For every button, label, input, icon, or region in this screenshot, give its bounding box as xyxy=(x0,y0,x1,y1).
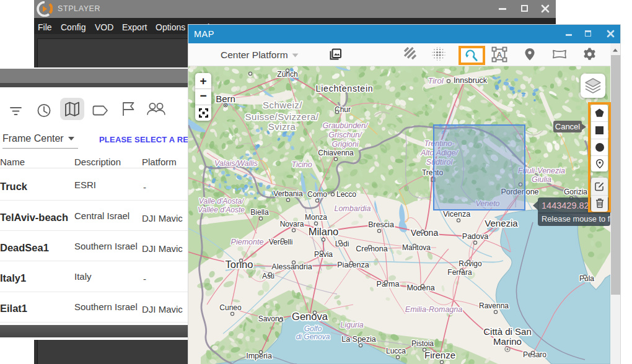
svg-text:Parma: Parma xyxy=(377,280,400,288)
svg-text:Emilia-Romagna: Emilia-Romagna xyxy=(405,305,462,314)
svg-text:Firenze: Firenze xyxy=(424,350,455,360)
svg-text:Schweiz/: Schweiz/ xyxy=(263,100,302,110)
svg-text:Graubünden/: Graubünden/ xyxy=(323,121,369,130)
svg-text:Novara: Novara xyxy=(280,220,304,228)
svg-text:Gorizia: Gorizia xyxy=(564,188,587,196)
svg-text:Milano: Milano xyxy=(309,226,339,237)
svg-text:Lucca: Lucca xyxy=(386,347,406,355)
svg-text:Padova: Padova xyxy=(462,232,488,241)
svg-text:Venezia: Venezia xyxy=(485,218,518,228)
svg-text:Verona: Verona xyxy=(411,228,439,238)
svg-text:Modena: Modena xyxy=(406,284,434,292)
svg-text:Cremona: Cremona xyxy=(356,245,387,253)
svg-text:Pesaro: Pesaro xyxy=(523,350,546,359)
svg-text:Piacenza: Piacenza xyxy=(337,261,369,269)
svg-text:Genova: Genova xyxy=(292,311,328,322)
svg-text:di Genova: di Genova xyxy=(296,332,330,341)
svg-text:Bern: Bern xyxy=(216,93,235,104)
svg-text:Alessandria: Alessandria xyxy=(271,262,312,271)
svg-text:Tirol: Tirol xyxy=(428,76,444,85)
svg-text:La Spezia: La Spezia xyxy=(341,335,376,344)
svg-text:Giulia: Giulia xyxy=(532,175,551,184)
svg-text:Monza: Monza xyxy=(305,213,327,222)
svg-text:Golfo: Golfo xyxy=(304,324,322,333)
svg-text:Chiavenna: Chiavenna xyxy=(318,149,354,157)
svg-text:Cuneo: Cuneo xyxy=(219,303,242,312)
svg-text:Vicenza: Vicenza xyxy=(443,210,470,219)
svg-text:Pula: Pula xyxy=(579,274,594,283)
svg-text:Lecco: Lecco xyxy=(336,190,356,199)
svg-text:Como: Como xyxy=(307,190,327,199)
svg-text:Valle d'Aosta/: Valle d'Aosta/ xyxy=(199,197,245,206)
svg-text:Grischun/: Grischun/ xyxy=(328,131,362,139)
svg-text:Verbania: Verbania xyxy=(273,189,303,198)
svg-text:Suisse/Svizzera/: Suisse/Svizzera/ xyxy=(245,111,319,122)
svg-text:Liechtenstein: Liechtenstein xyxy=(316,84,374,93)
svg-text:Lombardia: Lombardia xyxy=(334,204,371,213)
svg-text:Marino: Marino xyxy=(493,336,522,347)
svg-text:Rovigo: Rovigo xyxy=(459,259,482,268)
svg-text:Ravenna: Ravenna xyxy=(479,301,509,310)
svg-text:Vallée d'Aoste: Vallée d'Aoste xyxy=(198,206,245,214)
svg-text:Piemonte: Piemonte xyxy=(231,238,264,246)
svg-text:Vercelli: Vercelli xyxy=(269,238,293,246)
svg-text:Brescia: Brescia xyxy=(368,220,394,229)
svg-text:Pavia: Pavia xyxy=(314,250,333,259)
svg-text:Ticino: Ticino xyxy=(291,160,312,169)
svg-text:Città di San: Città di San xyxy=(483,326,532,337)
svg-text:Svizra: Svizra xyxy=(268,121,296,132)
svg-text:Liguria: Liguria xyxy=(340,321,364,329)
svg-text:A: A xyxy=(496,51,502,59)
svg-text:Grigioni: Grigioni xyxy=(331,140,359,149)
svg-text:Valais/Wallis: Valais/Wallis xyxy=(214,159,258,168)
svg-text:Biella: Biella xyxy=(250,208,269,217)
svg-text:Asti: Asti xyxy=(262,272,274,280)
svg-text:Mantova: Mantova xyxy=(402,243,431,252)
svg-text:Pistoia: Pistoia xyxy=(411,339,434,348)
svg-text:Innsbruck: Innsbruck xyxy=(454,76,488,85)
svg-text:Ferrara: Ferrara xyxy=(447,268,472,277)
svg-text:Lodi: Lodi xyxy=(335,240,349,248)
